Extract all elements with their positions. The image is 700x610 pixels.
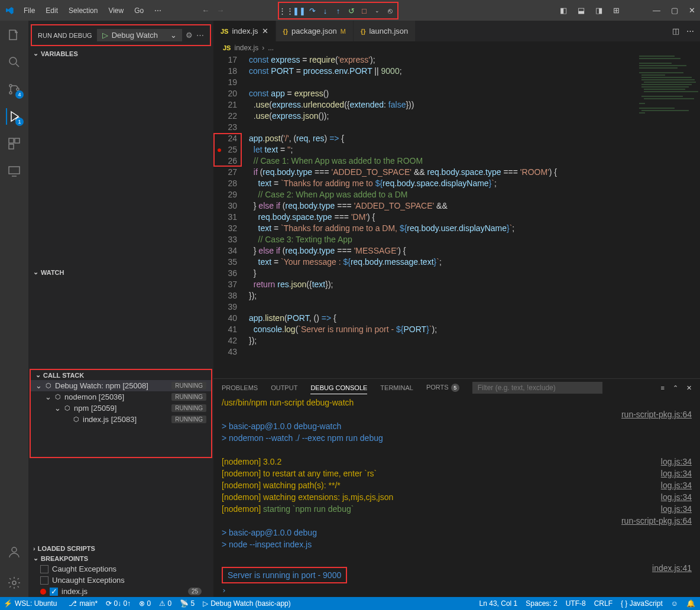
code-line[interactable]: 24app.post('/', (req, res) => { (213, 133, 700, 144)
breakpoint-gutter[interactable] (213, 324, 225, 335)
breakpoint-gutter[interactable] (213, 178, 225, 189)
breakpoint-gutter[interactable] (213, 279, 225, 290)
remote-icon[interactable]: ⚡ (4, 599, 12, 608)
git-sync[interactable]: ⟳ 0↓ 0↑ (106, 599, 131, 608)
breakpoint-gutter[interactable] (213, 290, 225, 301)
console-filter-input[interactable] (472, 382, 602, 394)
menu-selection[interactable]: Selection (64, 4, 102, 17)
breakpoint-gutter[interactable] (213, 99, 225, 111)
code-line[interactable]: 41 console.log(`Server is running in por… (213, 324, 700, 335)
code-line[interactable]: 40app.listen(PORT, () => { (213, 313, 700, 324)
debug-restart-icon[interactable]: ↺ (345, 5, 357, 17)
code-line[interactable]: 22 .use(express.json()); (213, 111, 700, 122)
debug-step-out-icon[interactable]: ↑ (332, 5, 344, 17)
code-line[interactable]: 29 // Case 2: When App was added to a DM (213, 189, 700, 200)
encoding[interactable]: UTF-8 (566, 599, 586, 608)
breakpoint-file-entry[interactable]: ✓index.js25 (28, 586, 213, 597)
code-line[interactable]: 32 text = `Thanks for adding me to a DM,… (213, 223, 700, 234)
menu-file[interactable]: File (19, 4, 40, 17)
code-line[interactable]: 31 req.body.space.type === 'DM') { (213, 212, 700, 223)
panel-close-icon[interactable]: ✕ (686, 384, 692, 392)
run-debug-icon[interactable]: 1 (6, 108, 22, 125)
tab-output[interactable]: OUTPUT (271, 382, 297, 394)
layout-secondary-icon[interactable]: ◨ (595, 6, 602, 15)
indentation[interactable]: Spaces: 2 (526, 599, 557, 608)
debug-pause-icon[interactable]: ❚❚ (293, 5, 305, 17)
menu-more[interactable]: ⋯ (150, 4, 166, 17)
wsl-status[interactable]: WSL: Ubuntu (15, 599, 57, 608)
feedback-icon[interactable]: ☺ (671, 599, 678, 608)
breakpoint-gutter[interactable] (213, 313, 225, 324)
code-line[interactable]: 43 (213, 346, 700, 358)
window-close-icon[interactable]: ✕ (689, 6, 695, 15)
code-line[interactable]: 30 } else if (req.body.type === 'ADDED_T… (213, 200, 700, 212)
nav-forward-icon[interactable]: → (216, 6, 224, 15)
code-line[interactable]: 18const PORT = process.env.PORT || 9000; (213, 66, 700, 77)
tab-ports[interactable]: PORTS5 (426, 381, 459, 394)
console-source-link[interactable]: log.js:34 (661, 456, 692, 468)
breakpoint-caught-exceptions[interactable]: Caught Exceptions (28, 563, 213, 575)
variables-section-header[interactable]: ⌄VARIABLES (28, 48, 213, 59)
code-line[interactable]: 38}); (213, 290, 700, 301)
code-line[interactable]: 27 if (req.body.type === 'ADDED_TO_SPACE… (213, 167, 700, 178)
checkbox-icon[interactable] (40, 565, 48, 573)
code-line[interactable]: 23 (213, 122, 700, 133)
debug-step-into-icon[interactable]: ↓ (319, 5, 331, 17)
code-line[interactable]: 28 text = `Thanks for adding me to ${req… (213, 178, 700, 189)
debug-status[interactable]: ▷Debug Watch (basic-app) (203, 599, 291, 608)
remote-explorer-icon[interactable] (6, 163, 22, 179)
breadcrumb[interactable]: JS index.js › ... (213, 41, 700, 54)
source-control-icon[interactable]: 4 (6, 81, 22, 98)
code-line[interactable]: 17const express = require('express'); (213, 54, 700, 66)
editor-content[interactable]: 17const express = require('express');18c… (213, 54, 700, 378)
breakpoint-gutter[interactable] (213, 111, 225, 122)
more-actions-icon[interactable]: ⋯ (686, 27, 694, 35)
breakpoint-gutter[interactable] (213, 54, 225, 66)
clear-console-icon[interactable]: ≡ (661, 384, 665, 391)
gear-icon[interactable]: ⚙ (186, 31, 193, 40)
breakpoint-gutter[interactable] (213, 200, 225, 212)
panel-maximize-icon[interactable]: ⌃ (673, 384, 678, 392)
code-line[interactable]: 34 } else if (req.body.type === 'MESSAGE… (213, 245, 700, 257)
debug-disconnect-icon[interactable]: ⎋ (384, 5, 396, 17)
editor-tab[interactable]: {}launch.json (354, 21, 416, 41)
breakpoint-gutter[interactable] (213, 77, 225, 88)
minimap[interactable] (638, 54, 700, 173)
tab-debug-console[interactable]: DEBUG CONSOLE (310, 382, 367, 394)
breakpoint-gutter[interactable] (213, 301, 225, 313)
breakpoint-gutter[interactable] (213, 335, 225, 346)
more-icon[interactable]: ⋯ (196, 31, 204, 40)
callstack-section-header[interactable]: ⌄CALL STACK (31, 370, 211, 380)
breakpoint-uncaught-exceptions[interactable]: Uncaught Exceptions (28, 575, 213, 586)
eol[interactable]: CRLF (594, 599, 612, 608)
tab-problems[interactable]: PROBLEMS (222, 382, 258, 394)
breakpoint-gutter[interactable] (213, 346, 225, 358)
debug-step-over-icon[interactable]: ↷ (306, 5, 318, 17)
console-source-link[interactable]: run-script-pkg.js:64 (621, 408, 692, 420)
console-source-link[interactable]: log.js:34 (661, 479, 692, 491)
console-source-link[interactable]: log.js:34 (661, 503, 692, 515)
problems-warnings[interactable]: ⚠ 0 (159, 599, 171, 608)
code-line[interactable]: 42}); (213, 335, 700, 346)
layout-customize-icon[interactable]: ⊞ (613, 6, 620, 15)
code-line[interactable]: 36 } (213, 268, 700, 279)
notifications-icon[interactable]: 🔔 (686, 599, 695, 608)
breakpoint-gutter[interactable] (213, 268, 225, 279)
console-output[interactable]: /usr/bin/npm run-script debug-watch run-… (213, 397, 700, 583)
debug-dropdown-icon[interactable]: ⌄ (371, 5, 383, 17)
callstack-item[interactable]: ⌄⬡Debug Watch: npm [25008]RUNNING (31, 380, 211, 391)
debug-stop-icon[interactable]: □ (358, 5, 370, 17)
breakpoint-gutter[interactable] (213, 257, 225, 268)
menu-edit[interactable]: Edit (41, 4, 63, 17)
breakpoint-gutter[interactable] (213, 66, 225, 77)
breakpoint-gutter[interactable] (213, 189, 225, 200)
cursor-position[interactable]: Ln 43, Col 1 (479, 599, 518, 608)
close-tab-icon[interactable]: ✕ (262, 27, 268, 35)
code-line[interactable]: 37 return res.json({text}); (213, 279, 700, 290)
code-line[interactable]: 21 .use(express.urlencoded({extended: fa… (213, 99, 700, 111)
editor-tab[interactable]: {}package.jsonM (276, 21, 354, 41)
breakpoint-gutter[interactable] (213, 88, 225, 99)
breakpoint-gutter[interactable] (213, 234, 225, 245)
extensions-icon[interactable] (6, 135, 22, 152)
breakpoint-gutter[interactable] (213, 167, 225, 178)
